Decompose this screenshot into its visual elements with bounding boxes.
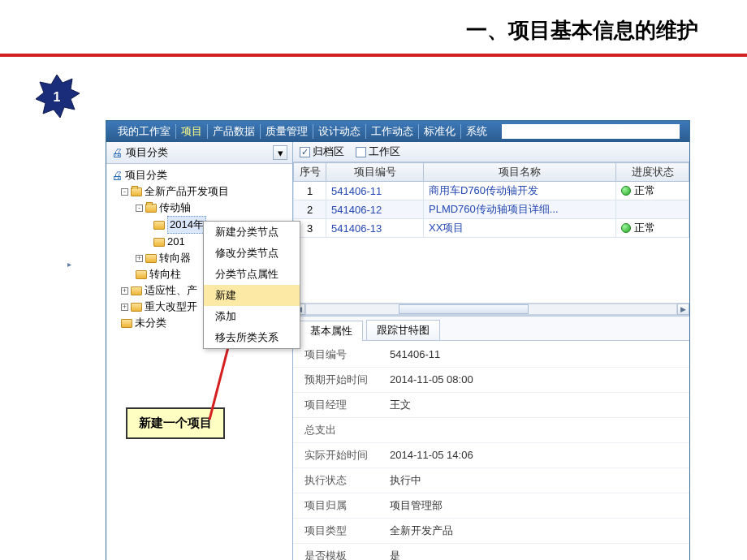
work-checkbox[interactable]: 工作区 (356, 144, 400, 159)
form-value[interactable]: 541406-11 (386, 342, 689, 367)
divider-red (0, 54, 747, 57)
scroll-thumb[interactable] (399, 304, 529, 314)
menu-work-updates[interactable]: 工作动态 (369, 124, 419, 139)
toggle-icon[interactable]: - (121, 188, 128, 196)
col-progress-status[interactable]: 进度状态 (616, 163, 689, 182)
cell-status (616, 200, 689, 219)
tab-gantt[interactable]: 跟踪甘特图 (366, 320, 440, 340)
cell-code: 541406-12 (326, 200, 424, 219)
toggle-icon[interactable]: + (136, 255, 143, 262)
form-row-project-type: 项目类型全新开发产品 (293, 519, 689, 544)
menu-quality-mgmt[interactable]: 质量管理 (264, 124, 313, 139)
form-row-total-expense: 总支出 (293, 418, 689, 443)
tree-root[interactable]: 🖨 项目分类 (110, 167, 289, 183)
cell-status: 正常 (616, 219, 689, 238)
status-dot-ok-icon (621, 223, 631, 233)
splitter-handle-icon[interactable]: ▸ (65, 260, 74, 269)
form-value[interactable]: 全新开发产品 (386, 519, 689, 543)
tree-node-driveshaft[interactable]: - 传动轴 (110, 200, 289, 216)
filter-bar: ✓ 归档区 工作区 (293, 142, 689, 162)
menu-design-updates[interactable]: 设计动态 (317, 124, 366, 139)
proj-root-icon: 🖨 (111, 147, 123, 158)
form-value[interactable]: 是 (386, 544, 689, 560)
ctx-edit-category-node[interactable]: 修改分类节点 (204, 243, 300, 264)
app-window: 我的工作室 项目 产品数据 质量管理 设计动态 工作动态 标准化 系统 🖨 项目… (106, 120, 690, 560)
cell-name: XX项目 (424, 219, 616, 238)
left-panel: 🖨 项目分类 ▾ 🖨 项目分类 - 全新产品开发项目 - (106, 142, 293, 560)
ctx-remove-rel[interactable]: 移去所类关系 (204, 327, 300, 348)
project-grid: 序号 项目编号 项目名称 进度状态 1 541406-11 商用车D760传动轴… (293, 162, 689, 317)
form-label: 实际开始时间 (293, 443, 386, 467)
check-icon (356, 147, 366, 157)
horizontal-scrollbar[interactable]: ◀ ▶ (293, 303, 689, 316)
ctx-new[interactable]: 新建 (204, 285, 300, 306)
cell-code: 541406-11 (326, 182, 424, 200)
folder-icon (153, 221, 165, 230)
folder-icon (153, 238, 165, 247)
form-value[interactable] (386, 418, 689, 442)
folder-icon (131, 187, 142, 196)
right-panel: ✓ 归档区 工作区 序号 项目编号 项目名称 进度状态 (293, 142, 689, 560)
form-label: 项目类型 (293, 519, 386, 543)
table-row[interactable]: 2 541406-12 PLMD760传动轴项目详细... (294, 200, 689, 219)
cell-code: 541406-13 (326, 219, 424, 238)
tree-node-label: 转向柱 (149, 266, 181, 282)
table-row[interactable]: 1 541406-11 商用车D760传动轴开发 正常 (294, 182, 689, 200)
menu-my-workspace[interactable]: 我的工作室 (116, 124, 176, 139)
step-number: 1 (54, 90, 61, 105)
cell-name: 商用车D760传动轴开发 (424, 182, 616, 200)
toggle-icon[interactable]: + (121, 304, 128, 311)
menu-bar: 我的工作室 项目 产品数据 质量管理 设计动态 工作动态 标准化 系统 (106, 121, 689, 142)
table-row[interactable]: 3 541406-13 XX项目 正常 (294, 219, 689, 238)
menu-system[interactable]: 系统 (464, 124, 492, 139)
form-row-actual-start: 实际开始时间2014-11-05 14:06 (293, 443, 689, 468)
tab-basic-properties[interactable]: 基本属性 (300, 321, 363, 341)
context-menu: 新建分类节点 修改分类节点 分类节点属性 新建 添加 移去所类关系 (203, 221, 300, 349)
form-value[interactable]: 2014-11-05 08:00 (386, 368, 689, 392)
menu-project[interactable]: 项目 (179, 124, 208, 139)
ctx-new-category-node[interactable]: 新建分类节点 (204, 222, 300, 243)
cell-name: PLMD760传动轴项目详细... (424, 200, 616, 219)
form-label: 项目经理 (293, 393, 386, 417)
menu-bar-filler (502, 124, 680, 139)
work-label: 工作区 (369, 144, 400, 159)
scroll-track[interactable] (305, 304, 677, 315)
form-label: 是否模板 (293, 544, 386, 560)
project-form: 项目编号541406-11 预期开始时间2014-11-05 08:00 项目经… (293, 341, 689, 560)
tree-node-label: 全新产品开发项目 (145, 183, 229, 200)
form-row-exec-status: 执行状态执行中 (293, 468, 689, 493)
menu-product-data[interactable]: 产品数据 (211, 124, 261, 139)
col-project-name[interactable]: 项目名称 (424, 163, 616, 182)
form-row-is-template: 是否模板是 (293, 544, 689, 560)
archive-checkbox[interactable]: ✓ 归档区 (300, 144, 344, 159)
page-title: 一、项目基本信息的维护 (466, 16, 698, 45)
form-label: 执行状态 (293, 468, 386, 493)
menu-standardization[interactable]: 标准化 (422, 124, 461, 139)
tree-root-label: 项目分类 (125, 167, 167, 183)
sidebar-header-label: 项目分类 (126, 145, 168, 160)
sidebar-dropdown-button[interactable]: ▾ (273, 145, 287, 160)
folder-icon (131, 303, 142, 312)
cell-index: 1 (294, 182, 326, 200)
col-index[interactable]: 序号 (294, 163, 326, 182)
toggle-icon[interactable]: + (121, 287, 128, 295)
toggle-icon[interactable]: - (136, 205, 143, 212)
form-value[interactable]: 王文 (386, 393, 689, 417)
status-dot-ok-icon (621, 186, 631, 196)
scroll-right-icon[interactable]: ▶ (677, 304, 689, 315)
details-tabs: 基本属性 跟踪甘特图 (293, 317, 689, 341)
archive-label: 归档区 (313, 144, 344, 159)
tree-node-label: 201 (167, 234, 185, 250)
form-value[interactable]: 项目管理部 (386, 493, 689, 518)
step-badge: 1 (32, 73, 81, 122)
cell-status: 正常 (616, 182, 689, 200)
cell-index: 2 (294, 200, 326, 219)
tree-node-label: 适应性、产 (145, 282, 197, 299)
form-value[interactable]: 执行中 (386, 468, 689, 493)
tree-node-all-new[interactable]: - 全新产品开发项目 (110, 183, 289, 200)
col-project-code[interactable]: 项目编号 (326, 163, 424, 182)
ctx-category-node-props[interactable]: 分类节点属性 (204, 264, 300, 285)
ctx-add[interactable]: 添加 (204, 306, 300, 327)
form-value[interactable]: 2014-11-05 14:06 (386, 443, 689, 467)
folder-icon (136, 270, 147, 279)
